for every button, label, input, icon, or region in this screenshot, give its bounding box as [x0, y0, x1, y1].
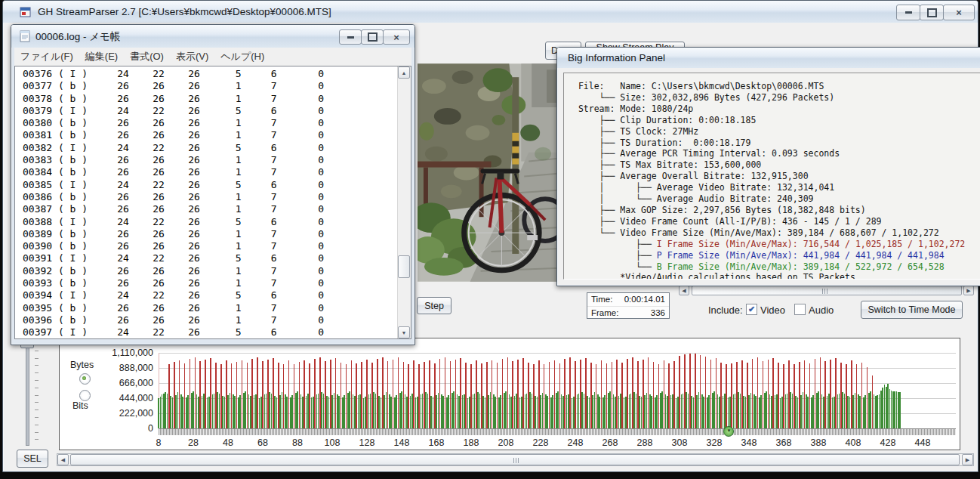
chart-bar	[880, 391, 882, 429]
chart-bar	[655, 397, 656, 428]
chart-bar	[290, 397, 291, 428]
chart-bar	[656, 395, 658, 428]
chart-scroll-left-arrow[interactable]: ◀	[57, 454, 69, 465]
seek-scroll-right-arrow[interactable]: ▶	[963, 286, 974, 295]
notepad-titlebar[interactable]: 00006.log - メモ帳 ×	[11, 25, 414, 48]
notepad-minimize-button[interactable]	[339, 29, 362, 45]
chart-bar	[627, 359, 628, 428]
notepad-menubar: ファイル(F) 編集(E) 書式(O) 表示(V) ヘルプ(H)	[14, 48, 411, 66]
notepad-scroll-up-arrow[interactable]: ▲	[398, 66, 410, 79]
chart-bar	[763, 361, 764, 428]
chart-bar	[311, 397, 313, 428]
video-checkbox[interactable]: ✔	[746, 304, 757, 315]
seek-scrollbar[interactable]: ◀ ▶	[679, 286, 974, 296]
chart-bar	[691, 396, 692, 428]
menu-view[interactable]: 表示(V)	[170, 50, 214, 63]
chart-bar	[285, 394, 286, 429]
chart-bar	[257, 357, 258, 428]
chart-bar	[528, 363, 529, 428]
chart-bar	[835, 358, 837, 429]
chart-bar	[193, 391, 194, 428]
chart-bar	[882, 388, 883, 428]
chart-bar	[787, 394, 788, 429]
maximize-button[interactable]	[920, 5, 944, 20]
chart-bar	[557, 391, 559, 428]
chart-bar	[207, 397, 208, 428]
notepad-scroll-thumb[interactable]	[398, 255, 410, 278]
audio-checkbox[interactable]	[794, 304, 806, 315]
chart-bar	[438, 393, 439, 428]
zoom-slider-track[interactable]	[26, 341, 29, 446]
chart-bar	[823, 397, 824, 429]
chart-bar	[168, 364, 170, 428]
y-axis-tick-label: 444,000	[64, 393, 153, 403]
chart-bar	[163, 394, 165, 429]
chart-bar	[633, 392, 635, 428]
chart-bar	[413, 360, 414, 428]
include-label: Include:	[708, 304, 743, 316]
marker-arrow-icon: ▼	[726, 428, 731, 433]
chart-bar	[590, 363, 592, 428]
chart-bar	[724, 394, 726, 428]
chart-bar	[248, 394, 250, 428]
x-axis-tick-label: 188	[455, 437, 488, 448]
menu-help[interactable]: ヘルプ(H)	[214, 50, 270, 63]
chart-bar	[608, 393, 609, 428]
chart-bar	[260, 397, 262, 428]
main-window-titlebar[interactable]: GH StreamParser 2.7 [C:¥Users¥bkmcwd¥Des…	[3, 1, 978, 23]
chart-bar	[771, 396, 772, 428]
chart-bar	[335, 358, 337, 429]
chart-bar	[182, 397, 183, 428]
step-button[interactable]: Step	[417, 297, 451, 314]
chart-bar	[286, 397, 288, 428]
chart-bar	[180, 394, 182, 429]
close-icon: ×	[393, 32, 399, 42]
chart-bar	[562, 396, 564, 428]
chart-bar	[411, 394, 413, 428]
switch-to-time-mode-button[interactable]: Switch to Time Mode	[861, 301, 963, 319]
info-panel-titlebar[interactable]: Big Information Panel	[557, 48, 980, 68]
notepad-scrollbar[interactable]: ▲ ▼	[397, 66, 411, 338]
chart-bar	[846, 364, 847, 428]
chart-bar	[396, 395, 397, 428]
close-button[interactable]: ×	[943, 5, 975, 20]
sel-button[interactable]: SEL	[17, 450, 48, 468]
chart-scroll-right-arrow[interactable]: ▶	[962, 454, 973, 465]
minimize-button[interactable]	[896, 5, 920, 20]
chart-bar	[476, 360, 477, 428]
chart-bar	[550, 397, 552, 428]
chart-bar	[522, 358, 524, 428]
notepad-maximize-button[interactable]	[361, 29, 384, 45]
seek-scroll-thumb[interactable]	[692, 286, 962, 295]
chart-bar	[505, 391, 507, 428]
chart-bar	[439, 359, 441, 428]
time-frame-box: Time: 0:00:14.01 Frame: 336	[587, 292, 670, 319]
chart-bar	[212, 394, 214, 428]
x-axis-tick-label: 208	[489, 437, 522, 448]
chart-bar	[203, 394, 205, 428]
chart-bar	[738, 392, 739, 428]
notepad-scroll-down-arrow[interactable]: ▼	[398, 326, 410, 338]
chart-bar	[481, 363, 482, 428]
chart-bar	[436, 395, 437, 428]
seek-scroll-left-arrow[interactable]: ◀	[679, 286, 689, 295]
chart-bar	[780, 398, 781, 429]
chart-bar	[170, 396, 171, 428]
menu-edit[interactable]: 編集(E)	[79, 50, 124, 63]
chart-bar	[220, 364, 222, 428]
chart-bar	[366, 360, 368, 428]
notepad-text-area[interactable]: 00376 ( I ) 24 22 26 5 6 0 00377 ( b ) 2…	[14, 66, 411, 339]
chart-bar	[815, 359, 816, 428]
chart-bar	[877, 395, 878, 428]
chart-bar	[245, 391, 246, 428]
menu-file[interactable]: ファイル(F)	[14, 50, 79, 63]
notepad-close-button[interactable]: ×	[383, 29, 410, 45]
menu-format[interactable]: 書式(O)	[124, 50, 170, 63]
chart-bar	[309, 363, 310, 429]
chart-bar	[696, 395, 698, 428]
chart-bar	[708, 395, 710, 428]
chart-scroll-thumb[interactable]	[70, 454, 960, 465]
chart-bar	[827, 396, 828, 429]
chart-bar	[354, 396, 356, 428]
chart-scrollbar[interactable]: ◀ ▶	[57, 453, 974, 466]
